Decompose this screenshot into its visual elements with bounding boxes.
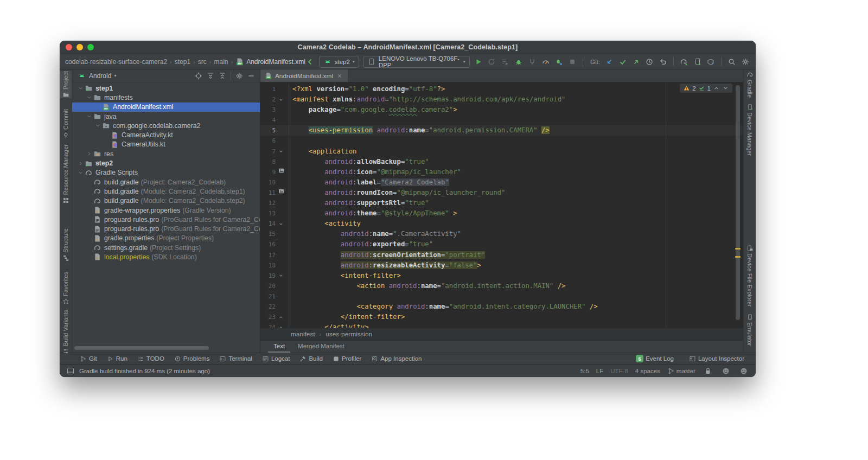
tree-item-com-google-codelab-camera2[interactable]: com.google.codelab.camera2 — [72, 121, 260, 130]
lock-icon[interactable] — [703, 366, 713, 376]
device-manager-icon[interactable] — [693, 56, 703, 67]
xml-breadcrumb-item[interactable]: uses-permission — [326, 330, 372, 338]
editor-gutter[interactable]: 21 — [260, 291, 289, 302]
tree-item-androidmanifest-xml[interactable]: MFAndroidManifest.xml — [72, 103, 260, 112]
editor-gutter[interactable]: 6 — [260, 136, 289, 146]
editor-gutter[interactable]: 9 — [260, 167, 289, 177]
editor-gutter[interactable]: 11 — [260, 188, 289, 198]
tree-item-res[interactable]: res — [72, 149, 260, 158]
git-rollback-icon[interactable] — [658, 56, 668, 67]
caret-position[interactable]: 5:5 — [580, 368, 589, 374]
toolwindows-icon[interactable] — [66, 367, 75, 375]
tool-stripe-device-manager[interactable]: Device Manager — [744, 104, 756, 156]
profile-app-icon[interactable] — [554, 56, 564, 67]
tree-item-build-gradle[interactable]: build.gradle (Project: Camera2_Codelab) — [72, 177, 260, 187]
tool-window-button-event-log[interactable]: 5Event Log — [631, 355, 679, 362]
minimize-window-button[interactable] — [76, 44, 83, 50]
tree-item-step1[interactable]: step1 — [72, 84, 260, 93]
tree-item-gradle-scripts[interactable]: Gradle Scripts — [72, 168, 260, 177]
editor-scrollbar[interactable] — [736, 85, 740, 320]
editor-tab-androidmanifest[interactable]: MF AndroidManifest.xml — [260, 69, 348, 82]
file-encoding[interactable]: UTF-8 — [610, 368, 628, 374]
tree-item-build-gradle[interactable]: build.gradle (Module: Camera2_Codelab.st… — [72, 196, 260, 206]
editor-gutter[interactable]: 5 — [260, 125, 289, 136]
tree-item-proguard-rules-pro[interactable]: proguard-rules.pro (ProGuard Rules for C… — [72, 215, 260, 224]
editor-gutter[interactable]: 15 — [260, 229, 289, 239]
breadcrumb-item[interactable]: step1 — [175, 58, 190, 66]
tree-item-cameraactivity-kt[interactable]: CameraActivity.kt — [72, 130, 260, 139]
tool-window-button-problems[interactable]: Problems — [169, 353, 215, 364]
editor-gutter[interactable]: 14 — [260, 219, 289, 229]
expand-all-icon[interactable] — [205, 71, 216, 81]
breadcrumb-item[interactable]: codelab-resizable-surface-camera2 — [65, 58, 167, 66]
editor-view-tab-merged-manifest[interactable]: Merged Manifest — [292, 341, 350, 353]
tool-stripe-resource-manager[interactable]: Resource Manager — [60, 144, 72, 204]
editor-view-tab-text[interactable]: Text — [268, 341, 290, 353]
tree-item-proguard-rules-pro[interactable]: proguard-rules.pro (ProGuard Rules for C… — [72, 224, 260, 233]
back-icon[interactable] — [305, 56, 315, 67]
tool-window-button-app-inspection[interactable]: App Inspection — [366, 353, 426, 364]
chevron-right-icon[interactable] — [76, 161, 84, 167]
chevron-right-icon[interactable] — [85, 151, 93, 157]
tool-window-button-layout-inspector[interactable]: Layout Inspector — [684, 355, 749, 362]
run-icon[interactable] — [474, 56, 483, 67]
editor-gutter[interactable]: 22 — [260, 302, 289, 312]
editor-gutter[interactable]: 2 — [260, 94, 289, 105]
xml-breadcrumb-item[interactable]: manifest — [291, 330, 315, 338]
tool-window-button-git[interactable]: Git — [75, 353, 102, 364]
line-ending[interactable]: LF — [596, 368, 603, 374]
breadcrumb-item[interactable]: MFAndroidManifest.xml — [235, 58, 305, 66]
tree-item-camerautils-kt[interactable]: CameraUtils.kt — [72, 140, 260, 149]
tool-window-button-todo[interactable]: TODO — [132, 353, 169, 364]
chevron-up-icon[interactable] — [713, 85, 720, 92]
tool-window-button-run[interactable]: Run — [102, 353, 132, 364]
editor-gutter[interactable]: 3 — [260, 105, 289, 115]
editor-gutter[interactable]: 17 — [260, 250, 289, 260]
code-editor[interactable]: 1<?xml version="1.0" encoding="utf-8"?>2… — [260, 82, 743, 328]
tree-item-java[interactable]: java — [72, 112, 260, 121]
tool-stripe-structure[interactable]: Structure — [60, 228, 72, 261]
chevron-down-icon[interactable] — [76, 85, 84, 91]
tree-item-step2[interactable]: step2 — [72, 158, 260, 168]
device-selector-combo[interactable]: LENOVO Lenovo TB-Q706F-DPP▾ — [363, 56, 470, 68]
gradle-sync-icon[interactable] — [679, 56, 689, 67]
git-history-icon[interactable] — [644, 56, 654, 67]
tool-stripe-build-variants[interactable]: Build Variants — [60, 310, 72, 355]
tree-item-settings-gradle[interactable]: settings.gradle (Project Settings) — [72, 243, 260, 252]
tool-stripe-favorites[interactable]: Favorites — [60, 272, 72, 305]
chevron-down-icon[interactable] — [94, 123, 101, 129]
tool-window-button-build[interactable]: Build — [295, 353, 328, 364]
editor-gutter[interactable]: 18 — [260, 260, 289, 271]
editor-gutter[interactable]: 24 — [260, 322, 289, 328]
git-branch-widget[interactable]: master — [667, 367, 695, 375]
chevron-down-icon[interactable] — [76, 170, 84, 176]
chevron-down-icon[interactable] — [85, 94, 93, 100]
change-marker[interactable] — [735, 256, 741, 258]
zoom-window-button[interactable] — [87, 44, 94, 50]
breadcrumb-item[interactable]: main — [214, 58, 228, 66]
smiley-icon[interactable] — [720, 366, 731, 376]
editor-gutter[interactable]: 4 — [260, 115, 289, 125]
editor-gutter[interactable]: 8 — [260, 157, 289, 167]
editor-gutter[interactable]: 13 — [260, 208, 289, 219]
tree-item-gradle-properties[interactable]: gradle.properties (Project Properties) — [72, 234, 260, 243]
tree-item-gradle-wrapper-properties[interactable]: gradle-wrapper.properties (Gradle Versio… — [72, 206, 260, 215]
git-commit-icon[interactable] — [618, 56, 628, 67]
indent-setting[interactable]: 4 spaces — [635, 368, 660, 374]
editor-gutter[interactable]: 10 — [260, 177, 289, 188]
titlebar[interactable]: Camera2 Codelab – AndroidManifest.xml [C… — [60, 41, 756, 54]
sdk-manager-icon[interactable] — [706, 56, 716, 67]
tool-stripe-project[interactable]: Project — [60, 71, 72, 98]
smiley-icon[interactable] — [738, 366, 749, 376]
editor-gutter[interactable]: 23 — [260, 312, 289, 322]
run-configurations-icon[interactable] — [500, 56, 510, 67]
debug-icon[interactable] — [514, 56, 524, 67]
project-horizontal-scrollbar[interactable] — [74, 346, 209, 350]
tool-stripe-emulator[interactable]: Emulator — [744, 314, 756, 346]
tool-stripe-gradle[interactable]: Gradle — [744, 71, 756, 98]
search-icon[interactable] — [727, 56, 737, 67]
collapse-all-icon[interactable] — [217, 71, 228, 81]
editor-gutter[interactable]: 7 — [260, 146, 289, 157]
tree-item-build-gradle[interactable]: build.gradle (Module: Camera2_Codelab.st… — [72, 187, 260, 196]
project-view-selector[interactable]: Android — [89, 72, 111, 80]
